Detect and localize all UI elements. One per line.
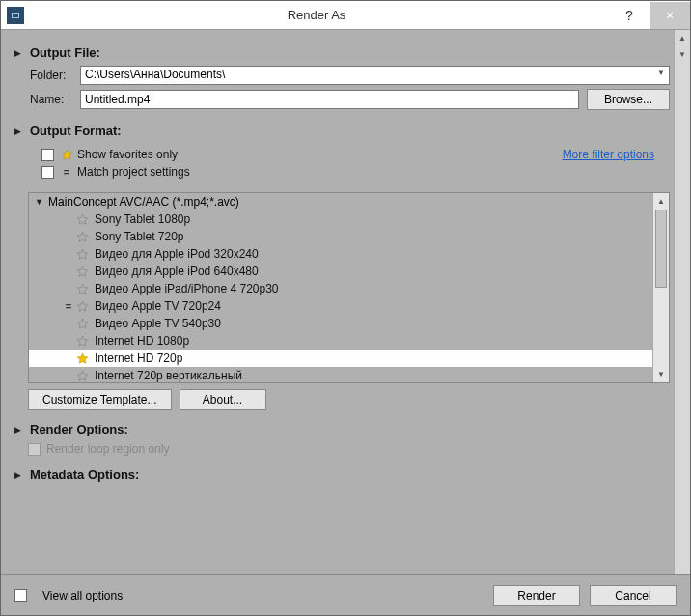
render-options-header[interactable]: ▶ Render Options: xyxy=(14,422,670,436)
chevron-right-icon: ▶ xyxy=(14,126,30,136)
chevron-right-icon: ▶ xyxy=(14,470,30,480)
format-item[interactable]: =Видео Apple TV 720p24 xyxy=(29,297,652,315)
name-label: Name: xyxy=(30,93,80,106)
show-favorites-label: Show favorites only xyxy=(77,148,178,161)
match-project-label: Match project settings xyxy=(77,165,190,179)
name-input[interactable] xyxy=(80,90,579,109)
folder-label: Folder: xyxy=(30,69,80,82)
cancel-button[interactable]: Cancel xyxy=(590,585,677,606)
scroll-thumb[interactable] xyxy=(655,210,667,288)
output-format-title: Output Format: xyxy=(30,124,122,138)
render-button[interactable]: Render xyxy=(493,585,580,606)
equals-icon: = xyxy=(60,165,73,179)
star-outline-icon[interactable] xyxy=(75,369,89,382)
format-name: Internet HD 720p xyxy=(95,351,182,365)
format-group-name: MainConcept AVC/AAC (*.mp4;*.avc) xyxy=(48,195,239,209)
help-button[interactable]: ? xyxy=(609,2,650,29)
chevron-down-icon: ▼ xyxy=(657,69,665,77)
chevron-down-icon: ▼ xyxy=(35,197,48,207)
render-loop-label: Render loop region only xyxy=(46,442,169,456)
show-favorites-checkbox[interactable] xyxy=(41,149,54,161)
render-options-title: Render Options: xyxy=(30,422,128,436)
star-filled-icon[interactable] xyxy=(75,351,89,365)
star-outline-icon[interactable] xyxy=(75,299,89,313)
star-outline-icon[interactable] xyxy=(75,247,89,261)
match-project-checkbox[interactable] xyxy=(41,166,54,179)
format-name: Видео Apple TV 720p24 xyxy=(95,299,221,313)
star-filled-icon xyxy=(60,148,73,161)
output-format-header[interactable]: ▶ Output Format: xyxy=(14,124,670,138)
format-group-header[interactable]: ▼ MainConcept AVC/AAC (*.mp4;*.avc) xyxy=(29,193,652,210)
customize-template-button[interactable]: Customize Template... xyxy=(28,389,172,410)
format-name: Видео для Apple iPod 640x480 xyxy=(95,265,259,278)
titlebar: Render As ? × xyxy=(1,1,690,30)
close-button[interactable]: × xyxy=(650,2,690,29)
scroll-up-icon[interactable]: ▲ xyxy=(653,193,669,210)
output-file-header[interactable]: ▶ Output File: xyxy=(14,45,670,60)
folder-combo[interactable]: C:\Users\Анна\Documents\ ▼ xyxy=(80,66,670,85)
main-scrollbar[interactable]: ▲ ▼ xyxy=(674,30,690,574)
chevron-right-icon: ▶ xyxy=(14,425,30,434)
format-list-scrollbar[interactable]: ▲ ▼ xyxy=(652,193,669,382)
format-item[interactable]: Internet HD 1080p xyxy=(29,332,652,350)
content-area: ▶ Output File: Folder: C:\Users\Анна\Doc… xyxy=(1,30,674,574)
view-all-label: View all options xyxy=(42,589,123,602)
format-item[interactable]: Видео Apple TV 540p30 xyxy=(29,315,652,332)
format-name: Видео Apple iPad/iPhone 4 720p30 xyxy=(95,282,279,295)
star-outline-icon[interactable] xyxy=(75,317,89,330)
more-filter-link[interactable]: More filter options xyxy=(563,148,654,161)
star-outline-icon[interactable] xyxy=(75,334,89,348)
chevron-right-icon: ▶ xyxy=(14,48,30,58)
dialog-body: ▶ Output File: Folder: C:\Users\Анна\Doc… xyxy=(1,30,690,574)
about-button[interactable]: About... xyxy=(180,389,266,410)
footer: View all options Render Cancel xyxy=(1,574,690,615)
format-item[interactable]: Internet HD 720p xyxy=(29,350,652,367)
format-name: Internet HD 1080p xyxy=(95,334,189,348)
window-title: Render As xyxy=(24,8,609,22)
equals-icon: = xyxy=(62,300,75,312)
format-item[interactable]: Видео для Apple iPod 640x480 xyxy=(29,263,652,280)
format-name: Видео для Apple iPod 320x240 xyxy=(95,247,259,261)
app-icon xyxy=(7,7,24,24)
format-item[interactable]: Sony Tablet 1080p xyxy=(29,210,652,228)
metadata-options-title: Metadata Options: xyxy=(30,467,139,482)
output-file-title: Output File: xyxy=(30,45,100,60)
format-list-box: ▼ MainConcept AVC/AAC (*.mp4;*.avc) Sony… xyxy=(28,192,670,383)
star-outline-icon[interactable] xyxy=(75,282,89,295)
scroll-down-icon[interactable]: ▼ xyxy=(653,366,669,382)
metadata-options-header[interactable]: ▶ Metadata Options: xyxy=(14,467,670,482)
format-name: Видео Apple TV 540p30 xyxy=(95,317,221,330)
format-name: Internet 720р вертикальный xyxy=(95,369,242,382)
format-item[interactable]: Internet 720р вертикальный xyxy=(29,367,652,382)
format-name: Sony Tablet 720p xyxy=(95,230,184,243)
format-item[interactable]: Sony Tablet 720p xyxy=(29,228,652,245)
folder-value: C:\Users\Анна\Documents\ xyxy=(85,68,225,81)
star-outline-icon[interactable] xyxy=(75,265,89,278)
view-all-checkbox[interactable] xyxy=(14,589,27,602)
render-as-dialog: Render As ? × ▶ Output File: Folder: C:\… xyxy=(0,0,691,616)
format-name: Sony Tablet 1080p xyxy=(95,212,190,226)
render-loop-checkbox xyxy=(28,443,41,456)
star-outline-icon[interactable] xyxy=(75,230,89,243)
format-item[interactable]: Видео Apple iPad/iPhone 4 720p30 xyxy=(29,280,652,297)
format-item[interactable]: Видео для Apple iPod 320x240 xyxy=(29,245,652,263)
star-outline-icon[interactable] xyxy=(75,212,89,226)
scroll-up-icon[interactable]: ▲ xyxy=(675,30,690,46)
browse-button[interactable]: Browse... xyxy=(587,89,670,110)
scroll-down-icon[interactable]: ▼ xyxy=(675,46,690,63)
format-list[interactable]: ▼ MainConcept AVC/AAC (*.mp4;*.avc) Sony… xyxy=(29,193,652,382)
